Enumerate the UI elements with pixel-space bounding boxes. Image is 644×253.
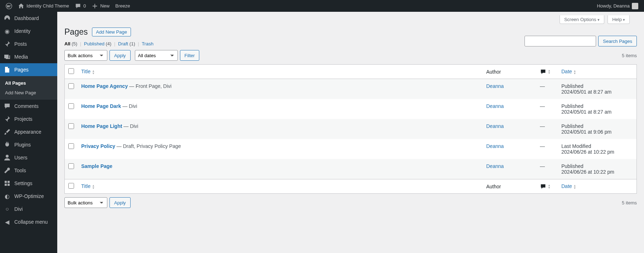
svg-rect-4 bbox=[5, 184, 7, 186]
row-title-link[interactable]: Home Page Light bbox=[81, 123, 122, 129]
row-checkbox[interactable] bbox=[68, 143, 74, 149]
column-comments-footer[interactable]: ▲▼ bbox=[536, 179, 558, 193]
sort-icon: ▲▼ bbox=[574, 184, 576, 189]
pages-table: Title▲▼ Author ▲▼ Date▲▼ Home Page Agenc… bbox=[64, 64, 637, 194]
wp-logo[interactable] bbox=[3, 0, 15, 12]
table-row: Home Page Light — DiviDeanna—Published20… bbox=[65, 119, 636, 139]
add-new-page-button[interactable]: Add New Page bbox=[92, 28, 131, 36]
search-submit-button[interactable]: Search Pages bbox=[598, 36, 637, 46]
bulk-apply-button-top[interactable]: Apply bbox=[109, 50, 131, 61]
sidebar-item-tools[interactable]: Tools bbox=[0, 164, 57, 177]
admin-sidebar: Dashboard◉IdentityPostsMediaPagesAll Pag… bbox=[0, 12, 57, 253]
row-checkbox[interactable] bbox=[68, 123, 74, 129]
sidebar-item-label: Users bbox=[14, 155, 28, 160]
sidebar-item-label: Divi bbox=[14, 206, 23, 212]
row-date: 2024/05/01 at 8:27 am bbox=[561, 109, 611, 115]
row-author-link[interactable]: Deanna bbox=[486, 163, 504, 169]
sidebar-item-settings[interactable]: Settings bbox=[0, 177, 57, 190]
sidebar-item-identity[interactable]: ◉Identity bbox=[0, 25, 57, 38]
column-comments-header[interactable]: ▲▼ bbox=[536, 65, 558, 79]
site-name: Identity Child Theme bbox=[26, 3, 69, 9]
items-count-bottom: 5 items bbox=[622, 200, 637, 205]
row-title-link[interactable]: Home Page Dark bbox=[81, 103, 121, 109]
comments-link[interactable]: 0 bbox=[72, 0, 89, 12]
plus-icon bbox=[92, 3, 98, 9]
sidebar-item-divi[interactable]: ○Divi bbox=[0, 203, 57, 215]
row-comments: — bbox=[536, 99, 558, 119]
filter-trash[interactable]: Trash bbox=[142, 41, 153, 46]
row-date: 2024/06/26 at 10:22 pm bbox=[561, 149, 614, 155]
sidebar-item-plugins[interactable]: Plugins bbox=[0, 138, 57, 151]
sidebar-item-label: Identity bbox=[14, 28, 30, 34]
bulk-action-select-top[interactable]: Bulk actions bbox=[64, 50, 107, 61]
breeze-link[interactable]: Breeze bbox=[112, 0, 133, 12]
row-author-link[interactable]: Deanna bbox=[486, 123, 504, 129]
svg-rect-2 bbox=[5, 181, 7, 183]
column-title-footer[interactable]: Title▲▼ bbox=[78, 179, 483, 193]
items-count-top: 5 items bbox=[622, 53, 637, 58]
row-date: 2024/05/01 at 9:06 pm bbox=[561, 129, 611, 135]
sort-icon: ▲▼ bbox=[548, 184, 551, 189]
table-row: Home Page Agency — Front Page, DiviDeann… bbox=[65, 79, 636, 99]
row-author-link[interactable]: Deanna bbox=[486, 143, 504, 149]
new-content-link[interactable]: New bbox=[89, 0, 112, 12]
help-toggle[interactable]: Help bbox=[608, 15, 630, 24]
select-all-top[interactable] bbox=[68, 68, 74, 74]
sidebar-item-media[interactable]: Media bbox=[0, 50, 57, 63]
row-title-link[interactable]: Privacy Policy bbox=[81, 143, 115, 149]
search-box: Search Pages bbox=[525, 36, 637, 46]
date-filter-select[interactable]: All dates bbox=[135, 50, 178, 61]
row-title-suffix: — Divi bbox=[121, 103, 137, 109]
screen-meta-links: Screen Options Help bbox=[557, 15, 630, 24]
sidebar-item-dashboard[interactable]: Dashboard bbox=[0, 12, 57, 25]
filter-draft[interactable]: Draft bbox=[118, 41, 128, 46]
column-date-header[interactable]: Date▲▼ bbox=[558, 65, 636, 79]
wordpress-icon bbox=[6, 3, 12, 9]
site-name-link[interactable]: Identity Child Theme bbox=[15, 0, 72, 12]
sidebar-item-label: Media bbox=[14, 54, 28, 60]
filter-button[interactable]: Filter bbox=[180, 50, 200, 61]
row-checkbox[interactable] bbox=[68, 103, 74, 109]
my-account-link[interactable]: Howdy, Deanna bbox=[594, 0, 641, 12]
table-row: Sample PageDeanna—Published2024/06/26 at… bbox=[65, 159, 636, 179]
main-content: Screen Options Help Pages Add New Page A… bbox=[57, 12, 644, 219]
sidebar-item-comments[interactable]: Comments bbox=[0, 100, 57, 113]
column-date-footer[interactable]: Date▲▼ bbox=[558, 179, 636, 193]
sidebar-subitem-add-new-page[interactable]: Add New Page bbox=[0, 88, 57, 98]
filter-published[interactable]: Published bbox=[84, 41, 104, 46]
row-date: 2024/06/26 at 10:22 pm bbox=[561, 169, 614, 175]
row-title-suffix: — Front Page, Divi bbox=[128, 83, 171, 89]
screen-options-toggle[interactable]: Screen Options bbox=[560, 15, 604, 24]
sidebar-item-collapse-menu[interactable]: ◀Collapse menu bbox=[0, 215, 57, 228]
filter-all[interactable]: All bbox=[64, 41, 70, 46]
sidebar-item-label: Appearance bbox=[14, 129, 42, 135]
sidebar-item-users[interactable]: Users bbox=[0, 151, 57, 164]
row-checkbox[interactable] bbox=[68, 163, 74, 169]
svg-rect-5 bbox=[8, 184, 10, 186]
sidebar-item-appearance[interactable]: Appearance bbox=[0, 125, 57, 138]
tablenav-top: Bulk actions Apply All dates Filter 5 it… bbox=[64, 49, 637, 61]
row-title-link[interactable]: Sample Page bbox=[81, 163, 112, 169]
sidebar-item-projects[interactable]: Projects bbox=[0, 113, 57, 125]
avatar-icon bbox=[632, 3, 638, 9]
row-comments: — bbox=[536, 79, 558, 99]
sidebar-item-label: Comments bbox=[14, 103, 39, 109]
sidebar-item-label: Settings bbox=[14, 180, 33, 186]
bulk-apply-button-bottom[interactable]: Apply bbox=[109, 197, 131, 208]
column-title-header[interactable]: Title▲▼ bbox=[78, 65, 483, 79]
row-author-link[interactable]: Deanna bbox=[486, 103, 504, 109]
sidebar-item-wp-optimize[interactable]: ◐WP-Optimize bbox=[0, 190, 57, 203]
sidebar-item-pages[interactable]: Pages bbox=[0, 63, 57, 76]
select-all-bottom[interactable] bbox=[68, 183, 74, 189]
column-author-header: Author bbox=[483, 65, 536, 79]
row-author-link[interactable]: Deanna bbox=[486, 83, 504, 89]
filter-all-count: (5) bbox=[72, 41, 77, 46]
sidebar-item-posts[interactable]: Posts bbox=[0, 38, 57, 50]
row-status: Published bbox=[561, 103, 633, 109]
row-title-link[interactable]: Home Page Agency bbox=[81, 83, 128, 89]
sidebar-subitem-all-pages[interactable]: All Pages bbox=[0, 78, 57, 88]
search-input[interactable] bbox=[525, 36, 596, 46]
row-comments: — bbox=[536, 139, 558, 159]
row-checkbox[interactable] bbox=[68, 83, 74, 89]
bulk-action-select-bottom[interactable]: Bulk actions bbox=[64, 197, 107, 208]
